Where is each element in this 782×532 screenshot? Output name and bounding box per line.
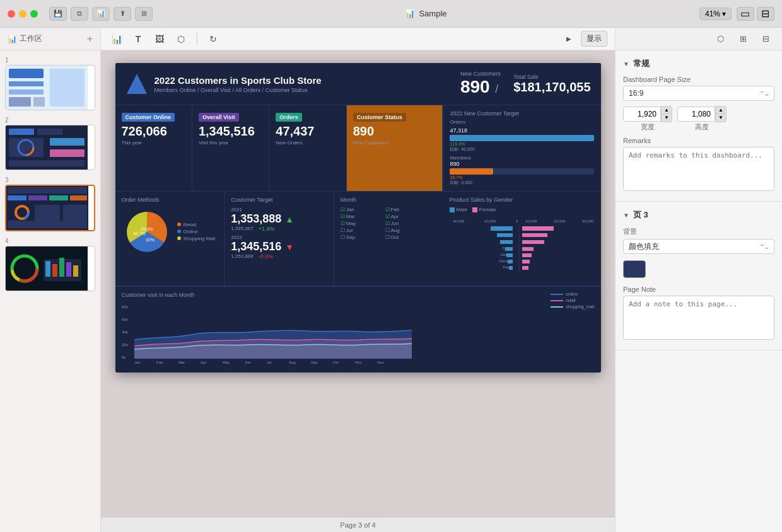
- target-year-2021: 2021: [231, 207, 327, 212]
- page-note-section: Page Note: [623, 286, 774, 342]
- month-may: ☑ May: [341, 221, 384, 226]
- page-item-3[interactable]: 3: [5, 175, 95, 231]
- page-number-1: 1: [5, 55, 95, 65]
- retail-legend-line: [551, 300, 563, 301]
- image-tool[interactable]: 🖼: [151, 31, 168, 47]
- target-prev-2021: 1,335,067: [231, 226, 254, 232]
- duplicate-button[interactable]: ⧉: [71, 7, 88, 21]
- order-methods-section: Order Methods 29.3% 30%: [115, 192, 225, 286]
- svg-text:60k: 60k: [122, 318, 129, 321]
- svg-text:Jul: Jul: [267, 361, 272, 364]
- kpi-orders: Orders 47,437 New Orders: [269, 105, 346, 191]
- height-stepper: ▲ ▼: [677, 106, 727, 122]
- month-checkboxes: ☑ Jan ☑ Feb ☑ Mar ☑ Apr ☑ May ☑ Jun ☐ Ju…: [341, 207, 437, 240]
- customer-target-title: Customer Target: [231, 197, 327, 203]
- minimize-button[interactable]: [19, 10, 26, 18]
- close-button[interactable]: [8, 10, 15, 18]
- right-panel-toolbar: ⬡ ⊞ ⊟: [616, 28, 782, 50]
- area-chart-svg: 80k 60k 40k 20k 0k: [122, 302, 412, 365]
- male-dot: [450, 207, 455, 212]
- svg-text:40.7%: 40.7%: [133, 231, 146, 236]
- page-thumb-2: [5, 125, 95, 170]
- dashboard-stats: New Customers 890 / Total Sale $181,170,…: [460, 71, 591, 97]
- background-color-swatch[interactable]: [623, 260, 646, 278]
- page-note-textarea[interactable]: [623, 296, 774, 340]
- chart-button[interactable]: 📊: [92, 7, 110, 21]
- zoom-control[interactable]: 41% ▾: [699, 8, 732, 20]
- dashboard-mid: Order Methods 29.3% 30%: [115, 192, 601, 286]
- svg-rect-32: [45, 261, 50, 277]
- page-note-label: Page Note: [623, 286, 774, 293]
- dimensions-row: ▲ ▼ 宽度 ▲ ▼ 高度: [623, 106, 774, 132]
- layout-button[interactable]: ⊞: [135, 7, 153, 21]
- width-input[interactable]: [623, 107, 661, 122]
- svg-rect-8: [9, 129, 34, 135]
- shape-tool[interactable]: ⬡: [173, 31, 189, 47]
- width-increment[interactable]: ▲: [661, 106, 672, 114]
- gender-legend: Male Female: [450, 207, 595, 212]
- members-bar-track: [450, 168, 594, 175]
- svg-rect-3: [9, 90, 44, 95]
- app-icon: 📊: [405, 9, 415, 18]
- text-tool[interactable]: T: [130, 31, 146, 47]
- grid-icon[interactable]: ⊞: [734, 31, 752, 47]
- shopping-mall-legend: shopping_mall: [551, 304, 594, 309]
- month-mar: ☑ Mar: [341, 214, 384, 219]
- preview-icon: ▶: [561, 31, 577, 47]
- height-increment[interactable]: ▲: [715, 106, 727, 114]
- dashboard-title-section: 2022 Customers in Sports Club Store Memb…: [155, 75, 322, 93]
- area-chart-section: Customer visit in each Month 80k 60k 40k…: [115, 286, 601, 373]
- svg-text:Nov: Nov: [355, 361, 362, 364]
- legend-online: Online: [177, 229, 216, 234]
- refresh-tool[interactable]: ↻: [205, 31, 221, 47]
- display-button[interactable]: 显示: [581, 31, 607, 47]
- svg-rect-49: [491, 226, 513, 231]
- target-value-2021: 1,353,888: [231, 212, 281, 226]
- legend-shopping-mall: Shopping Mall: [177, 236, 216, 241]
- svg-rect-52: [497, 233, 513, 237]
- svg-marker-37: [127, 74, 147, 94]
- svg-text:29.3%: 29.3%: [141, 227, 153, 231]
- page-number-3: 3: [5, 175, 95, 185]
- page-item-4[interactable]: 4: [5, 236, 95, 291]
- app-title: 📊 Sample: [405, 9, 446, 18]
- height-decrement[interactable]: ▼: [715, 114, 727, 122]
- width-decrement[interactable]: ▼: [661, 114, 672, 122]
- svg-rect-65: [522, 260, 530, 263]
- view-single-button[interactable]: ▭: [737, 7, 754, 21]
- layout-icon[interactable]: ⊟: [757, 31, 774, 47]
- save-button[interactable]: 💾: [49, 7, 67, 21]
- main-content: 📊 工作区 + 1: [0, 28, 782, 532]
- month-feb: ☑ Feb: [385, 207, 429, 212]
- page-size-select[interactable]: 16:9 4:3 Custom: [623, 86, 774, 101]
- svg-text:Jan: Jan: [134, 361, 141, 364]
- page-item-2[interactable]: 2: [5, 115, 95, 170]
- general-title: 常规: [633, 58, 650, 69]
- add-page-button[interactable]: +: [87, 33, 93, 45]
- remarks-textarea[interactable]: [623, 147, 774, 191]
- svg-rect-58: [505, 247, 513, 251]
- page-header: ▼ 页 3: [623, 209, 774, 221]
- svg-text:30,000: 30,000: [582, 219, 594, 223]
- height-input[interactable]: [677, 107, 715, 122]
- svg-rect-25: [63, 205, 87, 221]
- page-arrow: ▼: [623, 212, 629, 219]
- background-select[interactable]: 颜色填充 图片填充 无: [623, 239, 774, 254]
- export-button[interactable]: ⬆: [114, 7, 131, 21]
- 3d-icon[interactable]: ⬡: [711, 31, 729, 47]
- width-stepper: ▲ ▼: [623, 106, 672, 122]
- maximize-button[interactable]: [30, 10, 38, 18]
- svg-rect-13: [50, 138, 85, 146]
- svg-rect-5: [9, 97, 31, 107]
- page-item-1[interactable]: 1: [5, 55, 95, 110]
- dashboard-title: 2022 Customers in Sports Club Store: [155, 75, 322, 86]
- gender-chart-svg: 40,000 20,000 0 10,000 20,000 30,000 Equ…: [450, 215, 595, 278]
- kpi-overall-visit: Overall Visit 1,345,516 Visit this year: [192, 105, 269, 191]
- view-split-button[interactable]: ⊟: [757, 7, 774, 21]
- orders-bar-fill: [450, 135, 594, 141]
- canvas-toolbar-right: ▶ 显示: [561, 31, 607, 47]
- svg-rect-14: [50, 149, 85, 157]
- background-label: 背景: [623, 227, 774, 236]
- svg-text:Dec: Dec: [377, 361, 384, 364]
- chart-tool[interactable]: 📊: [108, 31, 125, 47]
